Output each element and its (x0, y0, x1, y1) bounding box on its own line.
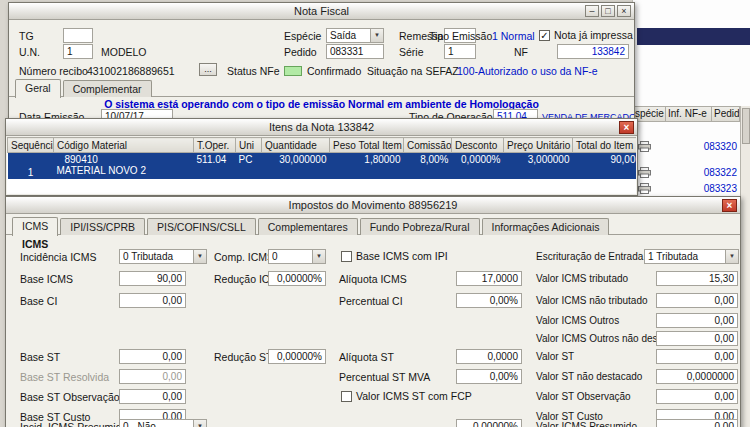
valor-st-label: Valor ST (536, 351, 574, 362)
serie-input[interactable]: 1 (444, 44, 476, 59)
aliquota-st-input[interactable]: 0,0000 (456, 349, 522, 364)
col-uni-header[interactable]: Uni (236, 138, 262, 153)
printer-icon[interactable] (638, 183, 651, 194)
pedido-link[interactable]: 083323 (704, 183, 737, 194)
tab-fundo-pobreza-rural[interactable]: Fundo Pobreza/Rural (360, 218, 480, 235)
escrituracao-entrada-select[interactable]: 1 Tributada▼ (644, 249, 739, 264)
base-ci-input[interactable]: 0,00 (119, 293, 186, 308)
pedido-label: Pedido (284, 46, 317, 58)
valor-st-observacao-input[interactable]: 0,00 (656, 389, 738, 404)
vertical-scrollbar[interactable] (740, 106, 750, 427)
tg-label: TG (19, 30, 34, 42)
printer-icon[interactable] (638, 167, 651, 178)
minimize-icon[interactable]: – (585, 5, 599, 17)
maximize-icon[interactable]: □ (601, 5, 615, 17)
col-desconto-header[interactable]: Desconto (452, 138, 504, 153)
incidencia-icms-select[interactable]: 0 Tributada▼ (119, 249, 207, 264)
valor-icms-nao-tributado-input[interactable]: 0,00 (656, 293, 738, 308)
pedido-input[interactable]: 083331 (326, 44, 384, 59)
checkbox-box (341, 391, 352, 402)
bg-col-infnfe-header[interactable]: Inf. NF-e (665, 106, 712, 122)
un-desc: MODELO (101, 46, 147, 58)
reducao-icms-input[interactable]: 0,00000% (268, 271, 326, 286)
base-st-observacao-input[interactable]: 0,00 (119, 389, 186, 404)
base-st-label: Base ST (20, 351, 60, 363)
tab-icms[interactable]: ICMS (12, 217, 58, 236)
col-comissao-header[interactable]: Comissão (404, 138, 452, 153)
col-codigo-material-header[interactable]: Código Material (54, 138, 194, 153)
percentual-st-mva-label: Percentual ST MVA (339, 371, 430, 383)
valor-icms-presumido-input[interactable]: 0,00 (656, 419, 738, 427)
col-quantidade-header[interactable]: Quantidade (262, 138, 330, 153)
status-nfe-value: Confirmado (307, 65, 361, 77)
bg-row[interactable]: 083322 (636, 166, 737, 181)
tab-ipi-iss-cprb[interactable]: IPI/ISS/CPRB (60, 218, 145, 235)
nota-ja-impressa-label: Nota já impressa (554, 29, 633, 41)
escrituracao-entrada-label: Escrituração de Entrada (536, 251, 643, 262)
tg-input[interactable] (63, 28, 93, 43)
tab-complementares[interactable]: Complementares (258, 218, 358, 235)
percentual-icms-presumido-input[interactable]: 0,00000% (456, 419, 522, 427)
status-nfe-label: Status NFe (227, 65, 280, 77)
nota-fiscal-titlebar[interactable]: Nota Fiscal – □ × (9, 3, 634, 20)
item-row[interactable]: 1 890410 MATERIAL NOVO 2 511.04 PC 30,00… (8, 153, 637, 179)
bg-row[interactable]: 083320 (636, 140, 737, 155)
chevron-down-icon: ▼ (193, 420, 206, 427)
tab-complementar[interactable]: Complementar (63, 80, 152, 97)
bg-col-pedido-header[interactable]: Pedido (711, 106, 740, 122)
col-total-item-header[interactable]: Total do Item (573, 138, 637, 153)
bg-col-pedido-label: Pedido (714, 108, 740, 119)
valor-icms-outros-input[interactable]: 0,00 (656, 313, 738, 328)
window-title: Itens da Nota 133842 (6, 121, 637, 133)
base-icms-com-ipi-label: Base ICMS com IPI (356, 250, 448, 262)
valor-st-nao-destacado-input[interactable]: 0,0000000 (656, 369, 738, 384)
numero-recibo-label: Número recibo (19, 65, 88, 77)
tab-informacoes-adicionais[interactable]: Informações Adicionais (482, 218, 610, 235)
reducao-st-input[interactable]: 0,00000% (268, 349, 326, 364)
incidencia-icms-label: Incidência ICMS (20, 251, 96, 263)
scrollbar-thumb[interactable] (742, 108, 750, 144)
valor-icms-st-com-fcp-checkbox[interactable]: Valor ICMS ST com FCP (341, 390, 472, 402)
numero-recibo-value: 431002186889651 (87, 65, 175, 77)
col-sequencia-header[interactable]: Sequência (8, 138, 54, 153)
recibo-more-button[interactable]: ... (199, 63, 217, 76)
col-preco-unitario-header[interactable]: Preço Unitário (504, 138, 573, 153)
aliquota-icms-input[interactable]: 17,0000 (456, 271, 522, 286)
impostos-titlebar[interactable]: Impostos do Movimento 88956219 × (6, 197, 740, 214)
material-name: MATERIAL NOVO 2 (57, 165, 191, 176)
un-input[interactable]: 1 (63, 44, 93, 59)
pedido-link[interactable]: 083322 (704, 167, 737, 178)
nf-input[interactable]: 133842 (557, 44, 629, 59)
nota-fiscal-tabs: Geral Complementar (15, 79, 154, 97)
percentual-st-mva-input[interactable]: 0,00% (456, 369, 522, 384)
valor-icms-outros-nao-dest-input[interactable]: 0,00 (656, 331, 738, 346)
pedido-link[interactable]: 083320 (704, 141, 737, 152)
tab-pis-cofins-csll[interactable]: PIS/COFINS/CSLL (147, 218, 256, 235)
itens-titlebar[interactable]: Itens da Nota 133842 × (6, 119, 637, 136)
bg-col-infnfe-label: Inf. NF-e (668, 108, 707, 119)
valor-st-input[interactable]: 0,00 (656, 349, 738, 364)
especie-select[interactable]: Saída▼ (326, 28, 384, 43)
tab-geral[interactable]: Geral (15, 79, 61, 98)
comp-icms-select[interactable]: 0▼ (268, 249, 326, 264)
cell-comissao: 8,00% (404, 153, 452, 179)
window-title: Nota Fiscal (9, 5, 634, 17)
close-icon[interactable]: × (722, 199, 737, 212)
percentual-ci-input[interactable]: 0,00% (456, 293, 522, 308)
cell-preco-unitario: 3,000000 (504, 153, 573, 179)
close-icon[interactable]: × (619, 121, 634, 134)
col-peso-total-header[interactable]: Peso Total Item (330, 138, 404, 153)
nota-ja-impressa-checkbox[interactable]: ✓ Nota já impressa (539, 29, 633, 41)
base-st-input[interactable]: 0,00 (119, 349, 186, 364)
printer-icon[interactable] (638, 141, 651, 152)
col-toper-header[interactable]: T.Oper. (194, 138, 236, 153)
close-icon[interactable]: × (617, 5, 631, 17)
valor-icms-tributado-input[interactable]: 15,30 (656, 271, 738, 286)
serie-label: Série (399, 46, 424, 58)
cell-toper: 511.04 (194, 153, 236, 179)
tipo-emissao-value: 1 Normal (492, 30, 535, 42)
incid-icms-presumido-select[interactable]: 0 - Não▼ (119, 419, 207, 427)
base-icms-input[interactable]: 90,00 (119, 271, 186, 286)
base-icms-com-ipi-checkbox[interactable]: Base ICMS com IPI (341, 250, 448, 262)
bg-row[interactable]: 083323 (636, 182, 737, 197)
